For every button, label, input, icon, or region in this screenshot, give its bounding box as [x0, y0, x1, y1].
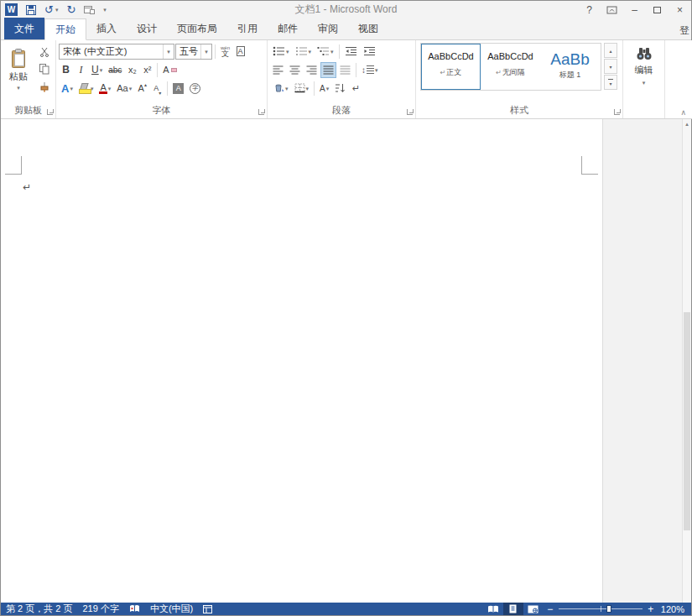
superscript-button[interactable]: x² — [140, 62, 154, 78]
style-heading-1[interactable]: AaBb 标题 1 — [540, 44, 600, 90]
language-indicator[interactable]: 中文(中国) — [145, 603, 198, 615]
highlight-button[interactable]: ▾ — [76, 81, 96, 97]
align-center-button[interactable] — [287, 62, 303, 78]
tab-mailings[interactable]: 邮件 — [268, 18, 308, 39]
style-normal[interactable]: AaBbCcDd ↵正文 — [421, 44, 481, 90]
numbering-button[interactable]: ▾ — [293, 44, 315, 60]
redo-button[interactable]: ↻ — [66, 3, 75, 18]
maximize-button[interactable] — [646, 1, 669, 18]
tab-design[interactable]: 设计 — [127, 18, 167, 39]
change-case-dropdown-icon[interactable]: ▾ — [129, 86, 133, 91]
distribute-button[interactable] — [337, 62, 353, 78]
sort-button[interactable] — [332, 81, 348, 97]
change-case-button[interactable]: Aa▾ — [114, 81, 134, 97]
asian-layout-button[interactable]: A ▾ — [317, 81, 331, 97]
paste-button[interactable]: 粘贴 ▾ — [3, 43, 34, 97]
word-logo-icon[interactable]: W — [5, 3, 18, 16]
tab-references[interactable]: 引用 — [227, 18, 268, 39]
macro-record-button[interactable] — [198, 603, 217, 615]
editing-dropdown-icon[interactable]: ▾ — [643, 80, 646, 86]
paste-dropdown-icon[interactable]: ▾ — [17, 85, 20, 91]
shading-button[interactable]: ▾ — [270, 81, 291, 97]
styles-scroll-down-button[interactable]: ▾ — [604, 59, 617, 74]
collapse-ribbon-icon[interactable]: ∧ — [680, 108, 686, 117]
multilevel-list-button[interactable]: ▾ — [315, 44, 336, 60]
customize-quick-access-button[interactable]: ▾ — [103, 3, 107, 18]
enclose-characters-button[interactable]: 字 — [187, 81, 203, 97]
minimize-button[interactable]: – — [623, 1, 646, 18]
styles-dialog-launcher[interactable] — [614, 109, 620, 115]
sign-in-link[interactable]: 登 — [679, 23, 689, 38]
bullets-dropdown-icon[interactable]: ▾ — [286, 49, 289, 55]
subscript-button[interactable]: x₂ — [125, 62, 139, 78]
tab-page-layout[interactable]: 页面布局 — [167, 18, 227, 39]
clear-formatting-button[interactable]: A — [160, 62, 179, 78]
borders-dropdown-icon[interactable]: ▾ — [306, 86, 310, 91]
align-right-button[interactable] — [304, 62, 320, 78]
word-count[interactable]: 219 个字 — [77, 603, 123, 615]
style-no-spacing[interactable]: AaBbCcDd ↵无间隔 — [481, 44, 540, 90]
copy-button[interactable] — [36, 61, 53, 77]
underline-dropdown-icon[interactable]: ▾ — [100, 67, 103, 73]
text-effects-button[interactable]: A▾ — [59, 81, 75, 97]
format-painter-button[interactable] — [36, 79, 53, 95]
text-effects-dropdown-icon[interactable]: ▾ — [70, 86, 73, 91]
show-hide-marks-button[interactable]: ↵ — [349, 81, 363, 97]
zoom-out-button[interactable]: − — [544, 603, 557, 615]
print-layout-button[interactable] — [503, 603, 523, 615]
phonetic-guide-button[interactable]: wén 文 — [218, 44, 232, 60]
paragraph-dialog-launcher[interactable] — [407, 109, 413, 115]
bold-button[interactable]: B — [59, 62, 73, 78]
page-indicator[interactable]: 第 2 页，共 2 页 — [1, 603, 77, 615]
italic-button[interactable]: I — [74, 62, 88, 78]
undo-button[interactable]: ↺ ▾ — [44, 3, 58, 18]
character-shading-button[interactable]: A — [170, 81, 186, 97]
zoom-slider-handle[interactable] — [606, 605, 611, 613]
tab-file[interactable]: 文件 — [4, 18, 44, 39]
character-border-button[interactable]: A — [233, 44, 247, 60]
zoom-slider[interactable] — [559, 603, 643, 615]
line-spacing-dropdown-icon[interactable]: ▾ — [375, 67, 378, 73]
editing-button[interactable]: 编辑 ▾ — [623, 47, 664, 86]
font-size-dropdown-icon[interactable]: ▾ — [200, 44, 211, 59]
proofing-button[interactable] — [124, 603, 145, 615]
asian-layout-dropdown-icon[interactable]: ▾ — [326, 86, 330, 91]
tab-review[interactable]: 审阅 — [308, 18, 348, 39]
cut-button[interactable] — [36, 44, 53, 60]
scrollbar-thumb[interactable] — [684, 312, 690, 530]
font-name-dropdown-icon[interactable]: ▾ — [163, 44, 174, 59]
read-mode-button[interactable] — [483, 603, 503, 615]
shrink-font-button[interactable]: A▾ — [150, 81, 164, 97]
zoom-level[interactable]: 120% — [658, 604, 691, 614]
multilevel-dropdown-icon[interactable]: ▾ — [330, 49, 334, 55]
vertical-scrollbar[interactable]: ▴ — [682, 119, 691, 603]
help-button[interactable]: ? — [578, 1, 601, 18]
tab-home[interactable]: 开始 — [44, 18, 86, 40]
numbering-dropdown-icon[interactable]: ▾ — [309, 49, 312, 55]
styles-more-button[interactable]: ▾ — [604, 75, 617, 90]
decrease-indent-button[interactable] — [342, 44, 360, 60]
tab-view[interactable]: 视图 — [348, 18, 388, 39]
document-page[interactable]: ↵ — [1, 119, 603, 603]
font-name-combo[interactable]: 宋体 (中文正文) ▾ — [59, 44, 174, 60]
clipboard-dialog-launcher[interactable] — [47, 109, 53, 115]
ribbon-display-options-button[interactable] — [601, 1, 623, 18]
zoom-in-button[interactable]: + — [644, 603, 658, 615]
align-left-button[interactable] — [270, 62, 286, 78]
undo-dropdown-icon[interactable]: ▾ — [55, 7, 59, 13]
grow-font-button[interactable]: A▴ — [135, 81, 149, 97]
bullets-button[interactable]: ▾ — [270, 44, 292, 60]
underline-button[interactable]: U▾ — [89, 62, 105, 78]
shading-dropdown-icon[interactable]: ▾ — [285, 86, 289, 91]
borders-button[interactable]: ▾ — [292, 81, 312, 97]
increase-indent-button[interactable] — [361, 44, 378, 60]
web-layout-button[interactable] — [523, 603, 544, 615]
strikethrough-button[interactable]: abc — [106, 62, 124, 78]
tab-insert[interactable]: 插入 — [86, 18, 127, 39]
font-dialog-launcher[interactable] — [258, 109, 264, 115]
font-size-combo[interactable]: 五号 ▾ — [175, 44, 212, 60]
line-spacing-button[interactable]: ↕ ▾ — [359, 62, 381, 78]
font-color-dropdown-icon[interactable]: ▾ — [108, 86, 112, 91]
scrollbar-up-icon[interactable]: ▴ — [683, 119, 691, 129]
justify-button[interactable] — [320, 62, 336, 78]
